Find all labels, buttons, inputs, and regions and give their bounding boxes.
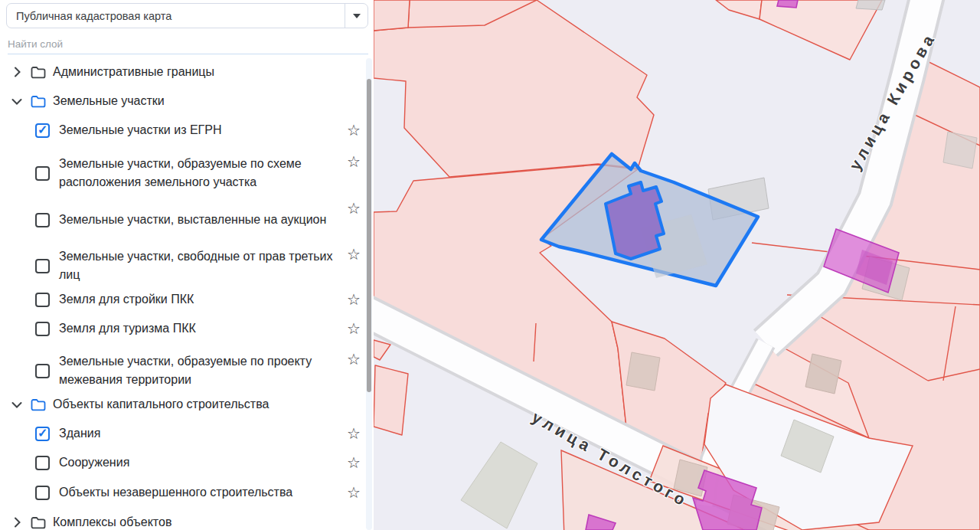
app-window: улица Кирова улица Толстого Публичная ка… bbox=[0, 0, 980, 530]
tree-layer-unfinished[interactable]: Объекты незавершенного строительства ☆ bbox=[0, 478, 366, 507]
star-icon[interactable]: ☆ bbox=[345, 123, 362, 138]
folder-open-icon bbox=[31, 398, 46, 411]
star-icon[interactable]: ☆ bbox=[345, 292, 362, 307]
tree-layer-egrn[interactable]: Земельные участки из ЕГРН ☆ bbox=[0, 116, 366, 145]
checkbox-unchecked[interactable] bbox=[35, 486, 50, 500]
checkbox-unchecked[interactable] bbox=[35, 456, 50, 470]
checkbox-unchecked[interactable] bbox=[35, 322, 50, 336]
checkbox-unchecked[interactable] bbox=[35, 166, 50, 181]
star-icon[interactable]: ☆ bbox=[345, 247, 362, 262]
layers-sidebar: Публичная кадастровая карта Администр bbox=[0, 0, 374, 530]
tree-layer-buildings[interactable]: Здания ☆ bbox=[0, 419, 366, 448]
tree-folder-administrative-borders[interactable]: Административные границы bbox=[0, 57, 366, 87]
chevron-down-icon[interactable] bbox=[11, 95, 23, 107]
tree-layer-scheme[interactable]: Земельные участки, образуемые по схеме р… bbox=[0, 150, 366, 196]
star-icon[interactable]: ☆ bbox=[345, 321, 362, 336]
checkbox-unchecked[interactable] bbox=[35, 293, 50, 307]
tree-layer-label: Объекты незавершенного строительства bbox=[59, 483, 292, 502]
chevron-right-icon[interactable] bbox=[11, 516, 23, 528]
tree-layer-structures[interactable]: Сооружения ☆ bbox=[0, 448, 366, 477]
tree-layer-label: Здания bbox=[59, 424, 100, 443]
checkbox-unchecked[interactable] bbox=[35, 259, 50, 273]
chevron-down-icon[interactable] bbox=[11, 398, 23, 411]
layer-tree: Административные границы Земельные участ… bbox=[0, 0, 366, 530]
tree-layer-label: Земельные участки, образуемые по проекту… bbox=[59, 352, 339, 389]
sidebar-scrollbar-thumb[interactable] bbox=[367, 79, 371, 392]
tree-layer-label: Земельные участки, свободные от прав тре… bbox=[59, 247, 339, 284]
tree-layer-label: Земля для стройки ПКК bbox=[59, 290, 194, 309]
tree-layer-free-of-rights[interactable]: Земельные участки, свободные от прав тре… bbox=[0, 243, 366, 289]
folder-open-icon bbox=[31, 95, 46, 108]
cadastral-map-svg: улица Кирова улица Толстого bbox=[374, 0, 980, 530]
star-icon[interactable]: ☆ bbox=[345, 154, 362, 169]
star-icon[interactable]: ☆ bbox=[345, 352, 362, 367]
tree-folder-label: Комплексы объектов bbox=[53, 513, 172, 530]
tree-folder-label: Земельные участки bbox=[53, 92, 165, 110]
parcel[interactable] bbox=[374, 365, 408, 435]
folder-icon bbox=[31, 516, 46, 529]
tree-layer-label: Земельные участки, выставленные на аукци… bbox=[59, 211, 326, 229]
checkbox-checked[interactable] bbox=[35, 427, 50, 441]
tree-layer-label: Сооружения bbox=[59, 453, 129, 472]
checkbox-unchecked[interactable] bbox=[35, 213, 50, 227]
tree-layer-land-construction[interactable]: Земля для стройки ПКК ☆ bbox=[0, 285, 366, 314]
star-icon[interactable]: ☆ bbox=[345, 455, 362, 470]
map-canvas[interactable]: улица Кирова улица Толстого bbox=[374, 0, 980, 530]
checkbox-unchecked[interactable] bbox=[35, 364, 50, 378]
star-icon[interactable]: ☆ bbox=[345, 201, 362, 216]
checkbox-checked[interactable] bbox=[35, 123, 50, 138]
folder-icon bbox=[31, 66, 46, 79]
tree-layer-auction[interactable]: Земельные участки, выставленные на аукци… bbox=[0, 197, 366, 243]
tree-folder-label: Административные границы bbox=[53, 63, 214, 81]
chevron-right-icon[interactable] bbox=[11, 66, 23, 78]
tree-folder-land-parcels[interactable]: Земельные участки bbox=[0, 87, 366, 116]
tree-layer-label: Земельные участки, образуемые по схеме р… bbox=[59, 155, 339, 191]
tree-layer-label: Земельные участки из ЕГРН bbox=[59, 121, 222, 139]
parcel[interactable] bbox=[374, 0, 410, 31]
tree-folder-label: Объекты капитального строительства bbox=[53, 395, 269, 414]
tree-layer-land-tourism[interactable]: Земля для туризма ПКК ☆ bbox=[0, 314, 366, 343]
tree-folder-object-complexes[interactable]: Комплексы объектов bbox=[0, 508, 366, 530]
star-icon[interactable]: ☆ bbox=[345, 485, 362, 500]
tree-layer-survey-project[interactable]: Земельные участки, образуемые по проекту… bbox=[0, 348, 366, 394]
tree-layer-label: Земля для туризма ПКК bbox=[59, 319, 196, 338]
tree-folder-capital-construction[interactable]: Объекты капитального строительства bbox=[0, 390, 366, 419]
star-icon[interactable]: ☆ bbox=[345, 426, 362, 441]
